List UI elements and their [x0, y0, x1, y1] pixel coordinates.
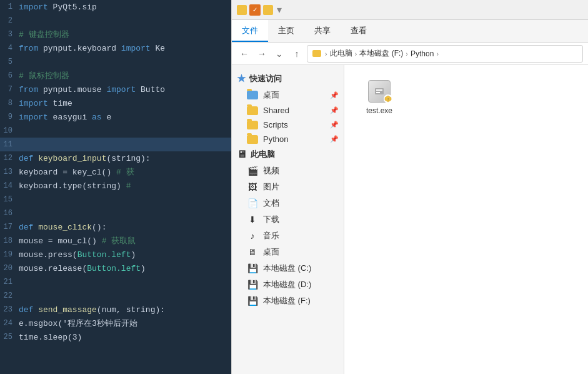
path-part[interactable]: Python	[411, 49, 434, 58]
pc-item-icon: 🎬	[247, 165, 258, 176]
code-line: 4from pynput.keyboard import Ke	[0, 41, 231, 55]
sidebar-item-pc[interactable]: 🖥桌面	[232, 244, 344, 260]
title-separator: ▾	[277, 4, 282, 16]
line-number: 6	[0, 71, 19, 80]
check-icon-title: ✓	[249, 4, 261, 16]
line-content: mouse.release(Button.left)	[19, 264, 231, 273]
sidebar-item-pc[interactable]: 💾本地磁盘 (C:)	[232, 260, 344, 276]
pc-item-icon: 💾	[247, 263, 258, 274]
line-number: 17	[0, 223, 19, 231]
code-line: 15	[0, 193, 231, 206]
line-number: 11	[0, 140, 19, 149]
path-separator: ›	[325, 50, 327, 58]
line-number: 19	[0, 250, 19, 259]
pc-item-icon: ⬇	[247, 214, 258, 225]
line-content: e.msgbox('程序在3秒钟后开始	[19, 318, 231, 329]
line-content: mouse.press(Button.left)	[19, 250, 231, 260]
down-button[interactable]: ⌄	[272, 46, 287, 61]
ribbon-tab[interactable]: 文件	[232, 20, 268, 42]
exe-icon-main: !	[368, 80, 391, 103]
code-line: 17def mouse_click():	[0, 220, 231, 234]
nav-item-label: 本地磁盘 (F:)	[263, 295, 311, 306]
sidebar-item-pc[interactable]: ⬇下载	[232, 211, 344, 228]
path-folder-icon	[312, 50, 321, 57]
nav-item-label: 音乐	[263, 230, 279, 241]
nav-item-label: 本地磁盘 (C:)	[263, 263, 311, 274]
line-number: 10	[0, 126, 19, 135]
line-number: 12	[0, 154, 19, 163]
pin-icon: 📌	[330, 91, 339, 99]
pc-item-icon: ♪	[247, 230, 258, 241]
code-line: 25 time.sleep(3)	[0, 330, 231, 344]
line-content: # 键盘控制器	[19, 29, 231, 40]
line-content: from pynput.keyboard import Ke	[19, 44, 231, 53]
code-line: 23def send_massage(num, string):	[0, 303, 231, 316]
sidebar-item-quick[interactable]: Scripts📌	[232, 118, 344, 132]
back-button[interactable]: ←	[237, 46, 252, 61]
ribbon-tab[interactable]: 共享	[304, 20, 341, 42]
nav-item-label: Python	[263, 134, 288, 144]
ribbon: 文件主页共享查看	[232, 20, 588, 43]
nav-item-label: 文档	[263, 198, 279, 209]
code-line: 20 mouse.release(Button.left)	[0, 261, 231, 275]
code-line: 2	[0, 14, 231, 28]
nav-item-label: 本地磁盘 (D:)	[263, 279, 311, 290]
code-line: 11	[0, 138, 231, 151]
nav-item-label: 视频	[263, 165, 279, 176]
pin-icon: 📌	[330, 106, 339, 114]
nav-item-label: 下载	[263, 214, 279, 225]
line-number: 16	[0, 209, 19, 218]
up-button[interactable]: ↑	[289, 46, 304, 61]
svg-rect-2	[376, 92, 380, 93]
pc-item-icon: 💾	[247, 295, 258, 306]
sidebar-item-pc[interactable]: 💾本地磁盘 (F:)	[232, 293, 344, 309]
sidebar-item-pc[interactable]: 🎬视频	[232, 163, 344, 179]
nav-item-label: 桌面	[263, 246, 279, 258]
forward-button[interactable]: →	[254, 46, 269, 61]
code-line: 9import easygui as e	[0, 110, 231, 124]
folder-icon	[247, 91, 258, 99]
nav-item-label: Scripts	[263, 120, 288, 129]
pc-item-icon: 💾	[247, 279, 258, 290]
address-bar: ← → ⌄ ↑ ›此电脑›本地磁盘 (F:)›Python›	[232, 43, 588, 65]
pc-item-icon: 🖥	[247, 246, 258, 258]
pin-icon: 📌	[330, 135, 339, 143]
this-pc-header[interactable]: 🖥 此电脑	[232, 146, 344, 163]
line-content: import time	[19, 99, 231, 108]
sidebar-item-quick[interactable]: Shared📌	[232, 103, 344, 118]
line-number: 14	[0, 181, 19, 190]
code-line: 14 keyboard.type(string) #	[0, 179, 231, 193]
exe-icon: !	[367, 79, 392, 104]
file-name: test.exe	[366, 106, 392, 115]
line-number: 20	[0, 264, 19, 273]
folder-icon	[247, 135, 258, 144]
ribbon-tab[interactable]: 查看	[341, 20, 377, 42]
star-icon: ★	[237, 73, 246, 84]
sidebar-item-pc[interactable]: ♪音乐	[232, 228, 344, 244]
path-separator: ›	[355, 50, 357, 58]
address-path[interactable]: ›此电脑›本地磁盘 (F:)›Python›	[307, 45, 583, 63]
line-content: def mouse_click():	[19, 223, 231, 232]
sidebar-item-pc[interactable]: 📄文档	[232, 195, 344, 211]
line-number: 8	[0, 99, 19, 108]
sidebar-item-pc[interactable]: 💾本地磁盘 (D:)	[232, 276, 344, 293]
pc-item-icon: 🖼	[247, 181, 258, 193]
computer-icon: 🖥	[237, 149, 247, 160]
exe-badge: !	[384, 94, 392, 103]
ribbon-tab[interactable]: 主页	[268, 20, 304, 42]
line-content: mouse = mou_cl() # 获取鼠	[19, 235, 231, 246]
nav-pane: ★ 快速访问 桌面📌Shared📌Scripts📌Python📌 🖥 此电脑 🎬…	[232, 65, 344, 374]
code-line: 10	[0, 124, 231, 138]
path-part[interactable]: 此电脑	[330, 48, 352, 59]
line-number: 21	[0, 278, 19, 286]
code-editor: 1import PyQt5.sip23# 键盘控制器4from pynput.k…	[0, 0, 231, 374]
sidebar-item-quick[interactable]: Python📌	[232, 132, 344, 146]
sidebar-item-pc[interactable]: 🖼图片	[232, 179, 344, 195]
code-line: 21	[0, 275, 231, 289]
line-number: 9	[0, 113, 19, 121]
path-part[interactable]: 本地磁盘 (F:)	[359, 48, 403, 59]
quick-access-header[interactable]: ★ 快速访问	[232, 70, 344, 87]
code-line: 8import time	[0, 96, 231, 110]
sidebar-item-quick[interactable]: 桌面📌	[232, 87, 344, 103]
file-item[interactable]: ! test.exe	[354, 75, 404, 119]
